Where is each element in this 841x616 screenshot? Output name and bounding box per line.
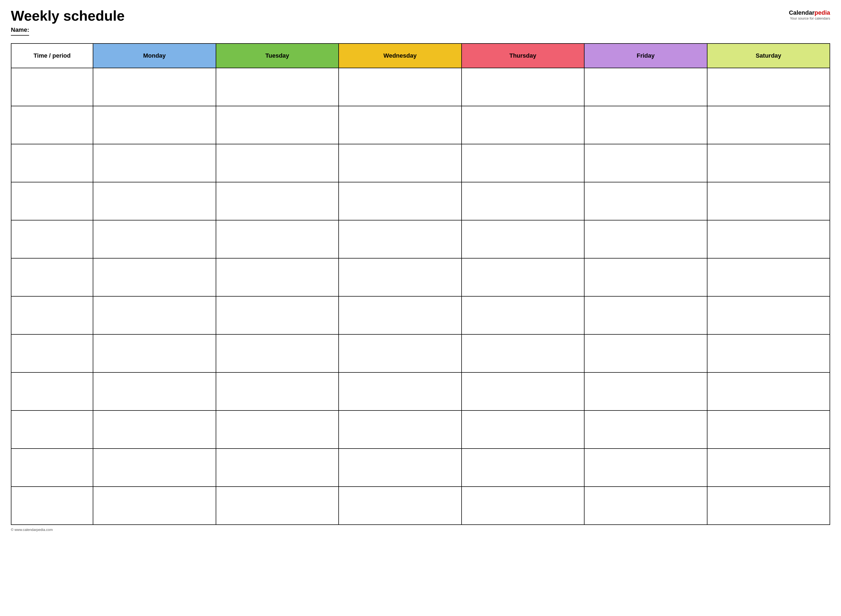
schedule-table: Time / period Monday Tuesday Wednesday T… <box>11 43 830 525</box>
day-cell[interactable] <box>216 106 339 144</box>
day-cell[interactable] <box>462 373 585 411</box>
day-cell[interactable] <box>707 373 830 411</box>
time-cell[interactable] <box>11 411 93 449</box>
day-cell[interactable] <box>584 373 707 411</box>
title-block: Weekly schedule Name: <box>11 8 125 41</box>
day-cell[interactable] <box>584 449 707 487</box>
day-cell[interactable] <box>584 182 707 220</box>
table-row <box>11 334 830 373</box>
table-row <box>11 144 830 182</box>
day-cell[interactable] <box>462 411 585 449</box>
day-cell[interactable] <box>216 68 339 106</box>
day-cell[interactable] <box>339 106 462 144</box>
day-cell[interactable] <box>339 296 462 334</box>
day-cell[interactable] <box>339 144 462 182</box>
day-cell[interactable] <box>339 411 462 449</box>
day-cell[interactable] <box>462 106 585 144</box>
table-row <box>11 449 830 487</box>
day-cell[interactable] <box>584 334 707 373</box>
day-cell[interactable] <box>93 296 216 334</box>
day-cell[interactable] <box>584 106 707 144</box>
day-cell[interactable] <box>216 144 339 182</box>
time-cell[interactable] <box>11 258 93 296</box>
day-cell[interactable] <box>339 182 462 220</box>
day-cell[interactable] <box>339 220 462 258</box>
time-cell[interactable] <box>11 106 93 144</box>
day-cell[interactable] <box>216 449 339 487</box>
day-cell[interactable] <box>93 144 216 182</box>
logo-calendar-part: Calendar <box>789 9 815 16</box>
day-cell[interactable] <box>707 182 830 220</box>
day-cell[interactable] <box>707 449 830 487</box>
day-cell[interactable] <box>462 449 585 487</box>
day-cell[interactable] <box>707 487 830 525</box>
time-cell[interactable] <box>11 182 93 220</box>
day-cell[interactable] <box>584 487 707 525</box>
day-cell[interactable] <box>707 220 830 258</box>
day-cell[interactable] <box>707 411 830 449</box>
table-row <box>11 487 830 525</box>
day-cell[interactable] <box>462 144 585 182</box>
day-cell[interactable] <box>462 220 585 258</box>
day-cell[interactable] <box>462 487 585 525</box>
day-cell[interactable] <box>339 449 462 487</box>
day-cell[interactable] <box>93 373 216 411</box>
day-cell[interactable] <box>216 296 339 334</box>
page-title: Weekly schedule <box>11 8 125 23</box>
day-cell[interactable] <box>339 487 462 525</box>
day-cell[interactable] <box>584 411 707 449</box>
day-cell[interactable] <box>339 68 462 106</box>
day-cell[interactable] <box>216 258 339 296</box>
day-cell[interactable] <box>707 68 830 106</box>
day-cell[interactable] <box>93 334 216 373</box>
name-label: Name: <box>11 26 29 36</box>
table-row <box>11 296 830 334</box>
day-cell[interactable] <box>93 68 216 106</box>
time-cell[interactable] <box>11 449 93 487</box>
logo-tagline: Your source for calendars <box>789 16 830 21</box>
day-cell[interactable] <box>339 373 462 411</box>
day-cell[interactable] <box>216 220 339 258</box>
day-cell[interactable] <box>462 258 585 296</box>
time-cell[interactable] <box>11 373 93 411</box>
day-cell[interactable] <box>93 411 216 449</box>
day-cell[interactable] <box>93 258 216 296</box>
table-row <box>11 106 830 144</box>
time-cell[interactable] <box>11 68 93 106</box>
day-cell[interactable] <box>93 106 216 144</box>
day-cell[interactable] <box>93 182 216 220</box>
time-cell[interactable] <box>11 220 93 258</box>
day-cell[interactable] <box>462 68 585 106</box>
day-cell[interactable] <box>584 296 707 334</box>
time-cell[interactable] <box>11 296 93 334</box>
day-cell[interactable] <box>584 258 707 296</box>
day-cell[interactable] <box>584 144 707 182</box>
day-cell[interactable] <box>339 334 462 373</box>
day-cell[interactable] <box>584 220 707 258</box>
table-row <box>11 258 830 296</box>
time-cell[interactable] <box>11 144 93 182</box>
time-cell[interactable] <box>11 334 93 373</box>
day-cell[interactable] <box>462 334 585 373</box>
day-cell[interactable] <box>93 449 216 487</box>
day-cell[interactable] <box>707 144 830 182</box>
day-cell[interactable] <box>216 182 339 220</box>
page-header: Weekly schedule Name: Calendarpedia Your… <box>11 8 830 41</box>
table-row <box>11 68 830 106</box>
day-cell[interactable] <box>707 258 830 296</box>
time-cell[interactable] <box>11 487 93 525</box>
day-cell[interactable] <box>93 220 216 258</box>
day-cell[interactable] <box>339 258 462 296</box>
day-cell[interactable] <box>707 106 830 144</box>
day-cell[interactable] <box>462 296 585 334</box>
day-cell[interactable] <box>216 334 339 373</box>
day-cell[interactable] <box>93 487 216 525</box>
day-cell[interactable] <box>216 373 339 411</box>
day-cell[interactable] <box>707 334 830 373</box>
day-cell[interactable] <box>707 296 830 334</box>
day-cell[interactable] <box>462 182 585 220</box>
day-cell[interactable] <box>216 487 339 525</box>
day-cell[interactable] <box>216 411 339 449</box>
table-header-row: Time / period Monday Tuesday Wednesday T… <box>11 44 830 68</box>
day-cell[interactable] <box>584 68 707 106</box>
